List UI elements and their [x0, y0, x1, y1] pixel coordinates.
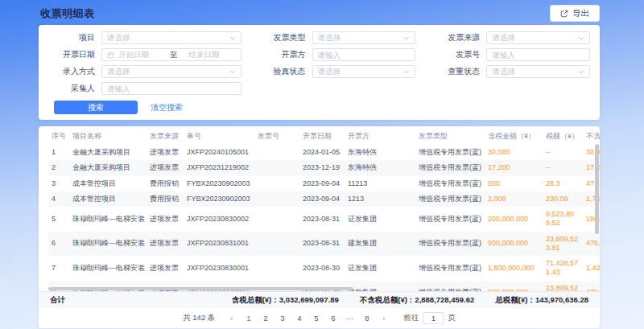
total-count: 共 142 条	[183, 313, 215, 323]
table-cell: 2023-08-31	[299, 207, 345, 232]
invoice-no-label: 发票号	[433, 49, 480, 60]
vertical-scrollbar[interactable]	[595, 144, 599, 234]
invoice-table: 序号 项目名称 发票来源 单号 发票号 开票日期 开票方 发票类型 含税金额（¥…	[48, 128, 600, 291]
page-number-4[interactable]: 4	[293, 312, 305, 324]
page-title: 收票明细表	[40, 6, 95, 21]
table-cell: 6	[48, 232, 69, 257]
page-number-5[interactable]: 5	[310, 312, 322, 324]
invoice-table-panel: 序号 项目名称 发票来源 单号 发票号 开票日期 开票方 发票类型 含税金额（¥…	[39, 126, 600, 328]
chevron-down-icon	[578, 36, 584, 40]
invoice-source-select[interactable]: 请选择	[486, 31, 590, 44]
table-cell: 9,523,809.52	[543, 207, 583, 232]
table-cell: 增值税专用发票(蓝)	[415, 232, 485, 257]
horizontal-scrollbar[interactable]	[48, 287, 353, 290]
page-list: 123456···8	[240, 312, 375, 324]
table-cell: 500,000,000	[485, 232, 543, 257]
search-button[interactable]: 搜索	[54, 101, 138, 114]
table-cell: 进项发票	[147, 207, 184, 232]
filter-invoicing-party: 开票方	[259, 48, 416, 61]
table-row[interactable]: 1金融大厦采购项目进项发票JXFP202401050012024-01-05东海…	[48, 145, 600, 160]
table-row[interactable]: 2金融大厦采购项目进项发票JXFP202312190022023-12-19东海…	[48, 160, 600, 175]
chevron-down-icon	[403, 70, 410, 74]
page-number-3[interactable]: 3	[276, 312, 288, 324]
project-select[interactable]: 请选择	[101, 31, 242, 44]
column-header: 单号	[184, 128, 254, 145]
table-cell: FYBX20230902003	[184, 176, 254, 191]
table-cell: 费用报销	[147, 176, 184, 191]
table-cell: 2023-09-04	[299, 176, 345, 191]
table-cell: JXFP20230830001	[184, 256, 254, 281]
dup-check-status-label: 查重状态	[433, 66, 480, 77]
table-cell: 7	[48, 256, 69, 281]
table-body: 1金融大厦采购项目进项发票JXFP202401050012024-01-05东海…	[48, 145, 600, 291]
page-ellipsis[interactable]: ···	[344, 312, 356, 324]
table-cell: 476,190,476.19	[583, 281, 600, 292]
filter-invoice-source: 发票来源 请选择	[433, 31, 590, 44]
total-with-tax: 含税总额(¥)：3,032,699,097.89	[232, 295, 339, 306]
table-row[interactable]: 5珠穆朗玛峰—电梯安装进项发票JXFP202308300022023-08-31…	[48, 207, 600, 232]
table-cell: 增值税专用发票(蓝)	[415, 145, 485, 160]
table-cell: 增值税专用发票(蓝)	[415, 176, 485, 191]
table-cell: 金融大厦采购项目	[69, 145, 147, 160]
table-cell: 2023-09-04	[299, 191, 345, 207]
start-date-placeholder: 开始日期	[118, 50, 165, 60]
table-cell: 500	[485, 176, 543, 191]
chevron-down-icon	[578, 70, 584, 74]
verify-status-select[interactable]: 请选择	[312, 65, 416, 78]
verify-status-label: 验真状态	[259, 66, 306, 77]
collector-input[interactable]	[107, 84, 236, 93]
table-cell: 2023-08-30	[299, 256, 345, 281]
end-date-placeholder: 结束日期	[189, 50, 236, 60]
table-cell: 建发集团	[345, 281, 415, 292]
table-scroll-area: 序号 项目名称 发票来源 单号 发票号 开票日期 开票方 发票类型 含税金额（¥…	[48, 128, 600, 291]
table-cell: 成本管控项目	[69, 191, 147, 207]
invoice-no-input[interactable]	[492, 51, 584, 60]
table-row[interactable]: 3成本管控项目费用报销FYBX202309020032023-09-041121…	[48, 176, 600, 191]
table-cell: JXFP20231219002	[184, 160, 254, 175]
export-label: 导出	[572, 8, 589, 19]
page-jump-input[interactable]	[423, 312, 444, 324]
invoice-date-range[interactable]: 开始日期 至 结束日期	[101, 48, 242, 61]
table-cell: FYBX20230902003	[184, 191, 254, 207]
table-cell	[254, 256, 299, 281]
filter-dup-check-status: 查重状态 请选择	[433, 65, 590, 78]
table-cell: 增值税专用发票(蓝)	[415, 281, 485, 292]
table-row[interactable]: 6珠穆朗玛峰—电梯安装进项发票JXFP202308310012023-08-31…	[48, 232, 600, 257]
pagination: 共 142 条 ‹ 123456···8 › 前往 页	[39, 308, 600, 328]
total-without-tax: 不含税总额(¥)：2,888,728,459.62	[360, 295, 475, 306]
table-row[interactable]: 4成本管控项目费用报销FYBX202309020032023-09-041213…	[48, 191, 600, 207]
table-cell: 进项发票	[147, 232, 184, 257]
filter-verify-status: 验真状态 请选择	[259, 65, 416, 78]
entry-method-select[interactable]: 请选择	[101, 65, 242, 78]
table-cell: 增值税专用发票(蓝)	[415, 256, 485, 281]
table-cell: JXFP20230831001	[184, 232, 254, 257]
page-number-1[interactable]: 1	[242, 312, 254, 324]
table-cell: --	[543, 160, 583, 175]
total-tax: 总税额(¥)：143,970,636.28	[495, 295, 588, 306]
table-cell: 476,190,476.19	[583, 232, 600, 257]
export-button[interactable]: 导出	[550, 5, 600, 22]
column-header: 发票来源	[147, 128, 184, 145]
page-number-6[interactable]: 6	[327, 312, 339, 324]
table-cell: 30,000	[485, 145, 543, 160]
column-header: 开票日期	[299, 128, 345, 145]
table-cell: 增值税专用发票(蓝)	[415, 191, 485, 207]
chevron-down-icon	[229, 70, 236, 74]
calendar-icon	[107, 51, 114, 59]
invoice-type-select[interactable]: 请选择	[312, 31, 416, 44]
prev-page-button[interactable]: ‹	[225, 312, 237, 324]
page-number-2[interactable]: 2	[259, 312, 271, 324]
next-page-button[interactable]: ›	[378, 312, 390, 324]
table-header-row: 序号 项目名称 发票来源 单号 发票号 开票日期 开票方 发票类型 含税金额（¥…	[48, 128, 600, 145]
table-cell: 71,428,571.43	[543, 256, 583, 281]
table-cell: 进项发票	[147, 256, 184, 281]
page-number-8[interactable]: 8	[361, 312, 373, 324]
clear-search-link[interactable]: 清空搜索	[151, 102, 183, 113]
dup-check-status-select[interactable]: 请选择	[486, 65, 590, 78]
invoicing-party-input[interactable]	[318, 51, 411, 60]
column-header: 发票类型	[415, 128, 485, 145]
column-header: 不含税金额（¥）	[583, 128, 600, 145]
table-cell	[254, 160, 299, 175]
table-row[interactable]: 7珠穆朗玛峰—电梯安装进项发票JXFP202308300012023-08-30…	[48, 256, 600, 281]
jump-suffix: 页	[448, 313, 456, 323]
